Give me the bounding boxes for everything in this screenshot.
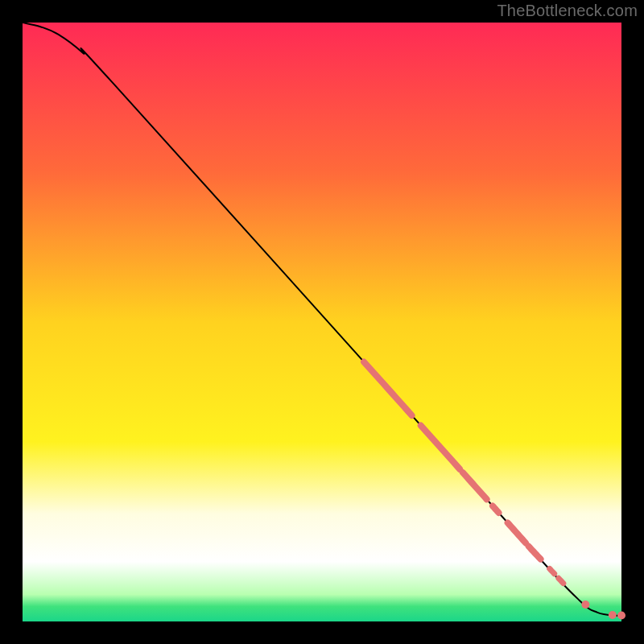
highlight-segment-3 [493,506,498,513]
chart-frame: TheBottleneck.com [0,0,644,644]
highlight-point-2 [617,612,625,620]
highlight-segment-6 [550,568,555,573]
highlight-point-1 [609,611,617,619]
highlight-segment-7 [559,578,564,583]
gradient-background [23,23,621,621]
watermark-text: TheBottleneck.com [497,2,638,20]
bottleneck-chart [0,0,644,644]
highlight-point-0 [581,601,589,609]
